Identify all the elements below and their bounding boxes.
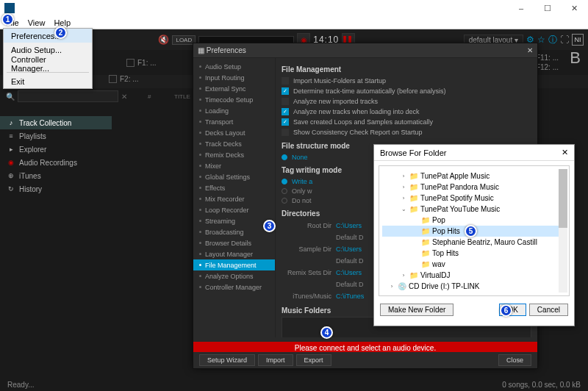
prefs-nav-mixer[interactable]: Mixer bbox=[193, 160, 275, 171]
make-new-folder-button[interactable]: Make New Folder bbox=[380, 304, 453, 316]
expand-arrow-icon[interactable]: › bbox=[400, 184, 407, 190]
marker-2: 2 bbox=[54, 26, 67, 39]
prefs-nav-track-decks[interactable]: Track Decks bbox=[193, 138, 275, 149]
expand-arrow-icon[interactable]: › bbox=[388, 283, 395, 290]
search-input[interactable] bbox=[18, 90, 118, 102]
checkbox-row[interactable]: ✓Save created Loops and Samples automati… bbox=[282, 117, 531, 127]
prefs-nav-controller-manager[interactable]: Controller Manager bbox=[193, 281, 275, 293]
folder-icon: 📁 bbox=[409, 205, 418, 213]
menu-view[interactable]: View bbox=[28, 18, 46, 27]
checkbox-icon[interactable] bbox=[282, 129, 289, 136]
tree-item[interactable]: 📁Top Hits bbox=[382, 248, 566, 259]
directory-path[interactable]: Default D bbox=[336, 234, 364, 241]
radio-icon[interactable] bbox=[282, 198, 287, 204]
menu-controller-manager[interactable]: Controller Manager... bbox=[4, 57, 92, 71]
checkbox-icon[interactable] bbox=[282, 98, 289, 105]
checkbox-row[interactable]: ✓Determine track-time automatically (bef… bbox=[282, 86, 531, 96]
col-num[interactable]: # bbox=[148, 93, 171, 100]
tree-item[interactable]: 📁Stephanie Beatriz, Mauro Castill bbox=[382, 237, 566, 248]
directory-path[interactable]: C:\Users bbox=[336, 269, 362, 276]
prefs-nav-browser-details[interactable]: Browser Details bbox=[193, 237, 275, 248]
menu-exit[interactable]: Exit bbox=[4, 74, 92, 88]
tree-item[interactable]: ›📁TunePat Apple Music bbox=[382, 171, 566, 182]
expand-arrow-icon[interactable]: › bbox=[400, 173, 407, 179]
prefs-nav-mix-recorder[interactable]: Mix Recorder bbox=[193, 193, 275, 204]
radio-fs-none[interactable] bbox=[282, 154, 287, 160]
radio-icon[interactable] bbox=[282, 188, 287, 194]
prefs-nav-external-sync[interactable]: External Sync bbox=[193, 83, 275, 94]
prefs-nav-decks-layout[interactable]: Decks Layout bbox=[193, 127, 275, 138]
prefs-nav-file-management[interactable]: File Management bbox=[193, 259, 275, 270]
close-button[interactable]: ✕ bbox=[562, 1, 587, 15]
tree-item[interactable]: ›📁TunePat Pandora Music bbox=[382, 182, 566, 193]
scrollbar-thumb[interactable] bbox=[559, 169, 567, 228]
prefs-nav-global-settings[interactable]: Global Settings bbox=[193, 171, 275, 182]
export-button[interactable]: Export bbox=[296, 354, 331, 366]
browse-header: Browse For Folder ✕ bbox=[374, 145, 574, 161]
checkbox-row[interactable]: Show Consistency Check Report on Startup bbox=[282, 127, 531, 137]
expand-arrow-icon[interactable]: › bbox=[400, 272, 407, 279]
tree-item[interactable]: ⌄📁TunePat YouTube Music bbox=[382, 204, 566, 215]
tree-item[interactable]: ›📁VirtualDJ bbox=[382, 270, 566, 281]
directory-path[interactable]: Default D bbox=[336, 281, 364, 288]
prefs-nav-analyze-options[interactable]: Analyze Options bbox=[193, 270, 275, 281]
checkbox-icon[interactable]: ✓ bbox=[282, 118, 289, 126]
prefs-nav-layout-manager[interactable]: Layout Manager bbox=[193, 248, 275, 259]
prefs-nav-transport[interactable]: Transport bbox=[193, 116, 275, 127]
history-icon: ↻ bbox=[7, 185, 15, 193]
prefs-nav-effects[interactable]: Effects bbox=[193, 182, 275, 193]
prefs-close-button[interactable]: Close bbox=[498, 354, 531, 366]
checkbox-icon[interactable]: ✓ bbox=[282, 87, 289, 95]
close-search-icon[interactable]: ✕ bbox=[121, 93, 127, 101]
directory-path[interactable]: C:\Users bbox=[336, 222, 362, 229]
marker-3: 3 bbox=[263, 220, 276, 232]
sidebar-item-explorer[interactable]: ▸Explorer bbox=[0, 143, 112, 156]
menu-help[interactable]: Help bbox=[54, 18, 71, 27]
browse-footer: Make New Folder OK Cancel bbox=[374, 301, 574, 319]
expand-arrow-icon[interactable]: ⌄ bbox=[400, 206, 407, 212]
directory-path[interactable]: Default D bbox=[336, 257, 364, 265]
explorer-icon: ▸ bbox=[7, 146, 15, 153]
deck-slot-f1[interactable]: F1: ... bbox=[126, 59, 157, 67]
cancel-button[interactable]: Cancel bbox=[529, 304, 568, 316]
sidebar-item-audio-recordings[interactable]: ◉Audio Recordings bbox=[0, 156, 112, 169]
checkbox-row[interactable]: Import Music-Folders at Startup bbox=[282, 76, 531, 86]
prefs-nav-remix-decks[interactable]: Remix Decks bbox=[193, 149, 275, 160]
mute-icon[interactable]: 🔇 bbox=[158, 35, 169, 45]
directory-path[interactable]: C:\iTunes bbox=[336, 293, 364, 300]
tree-item[interactable]: 📁Pop bbox=[382, 215, 566, 226]
import-button[interactable]: Import bbox=[258, 354, 293, 366]
sidebar-item-track-collection[interactable]: ♪Track Collection bbox=[0, 116, 112, 129]
sidebar-item-itunes[interactable]: ⊕iTunes bbox=[0, 169, 112, 182]
checkbox-icon[interactable] bbox=[282, 77, 289, 85]
minimize-button[interactable]: – bbox=[509, 1, 534, 15]
menu-preferences[interactable]: Preferences... bbox=[4, 29, 92, 43]
sidebar-item-history[interactable]: ↻History bbox=[0, 182, 112, 196]
expand-arrow-icon[interactable]: › bbox=[400, 195, 407, 201]
radio-icon[interactable] bbox=[282, 179, 287, 184]
tree-item[interactable]: ›📁TunePat Spotify Music bbox=[382, 193, 566, 204]
marker-6: 6 bbox=[500, 304, 512, 317]
prefs-nav-broadcasting[interactable]: Broadcasting bbox=[193, 226, 275, 237]
tree-item[interactable]: ›💿CD Drive (I:) TP-LINK bbox=[382, 281, 566, 292]
prefs-nav-input-routing[interactable]: Input Routing bbox=[193, 72, 275, 83]
checkbox-icon[interactable]: ✓ bbox=[282, 108, 289, 115]
info-icon[interactable]: ⓘ bbox=[548, 34, 557, 46]
favorites-icon[interactable]: ☆ bbox=[537, 35, 545, 45]
checkbox-row[interactable]: ✓Analyze new tracks when loading into de… bbox=[282, 107, 531, 117]
prefs-nav-audio-setup[interactable]: Audio Setup bbox=[193, 61, 275, 72]
prefs-nav-loading[interactable]: Loading bbox=[193, 105, 275, 116]
sidebar-item-playlists[interactable]: ≡Playlists bbox=[0, 129, 112, 143]
prefs-close-icon[interactable]: ✕ bbox=[527, 46, 533, 54]
maximize-button[interactable]: ☐ bbox=[535, 1, 560, 15]
browse-title: Browse For Folder bbox=[380, 148, 446, 157]
directory-path[interactable]: C:\Users bbox=[336, 245, 362, 253]
fullscreen-icon[interactable]: ⛶ bbox=[560, 35, 569, 45]
prefs-nav-loop-recorder[interactable]: Loop Recorder bbox=[193, 204, 275, 215]
setup-wizard-button[interactable]: Setup Wizard bbox=[199, 354, 255, 366]
prefs-nav-timecode-setup[interactable]: Timecode Setup bbox=[193, 94, 275, 105]
deck-slot-f2[interactable]: F2: ... bbox=[109, 75, 139, 83]
checkbox-row[interactable]: Analyze new imported tracks bbox=[282, 96, 531, 107]
browse-close-icon[interactable]: ✕ bbox=[562, 148, 568, 157]
tree-item[interactable]: 📁wav bbox=[382, 259, 566, 270]
